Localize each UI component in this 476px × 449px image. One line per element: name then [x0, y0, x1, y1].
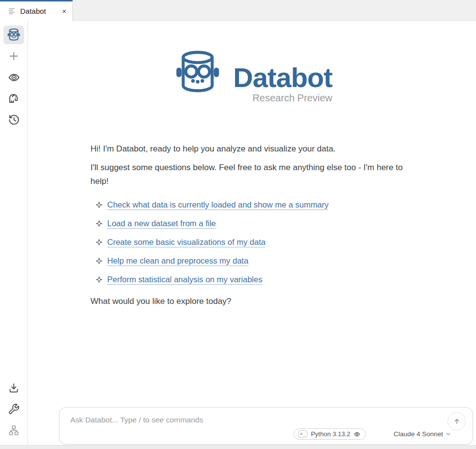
download-icon [8, 382, 20, 394]
sparkle-icon [95, 239, 103, 246]
suggestion-item: Create some basic visualizations of my d… [90, 233, 414, 251]
tab-bar: Databot × [0, 0, 476, 21]
composer-meta: >_ Python 3.13.2 Claude 4 Sonnet [294, 428, 451, 440]
close-icon[interactable]: × [62, 7, 66, 15]
chat-message: Hi! I'm Databot, ready to help you analy… [90, 142, 414, 308]
eye-icon [8, 71, 20, 84]
tab-title: Databot [20, 7, 46, 15]
sidebar-item-new[interactable] [3, 47, 24, 65]
tab-databot[interactable]: Databot × [0, 0, 73, 21]
closing-text: What would you like to explore today? [90, 295, 414, 308]
suggestion-link[interactable]: Help me clean and preprocess my data [107, 254, 248, 268]
sidebar-item-history[interactable] [3, 110, 24, 129]
databot-logo-icon-large [172, 45, 223, 100]
sparkle-icon [95, 276, 103, 283]
suggestion-item: Check what data is currently loaded and … [90, 195, 414, 214]
eye-icon-small[interactable] [354, 431, 360, 438]
intro-text: I'll suggest some questions below. Feel … [90, 161, 414, 188]
send-button[interactable] [447, 412, 466, 430]
sparkle-icon [95, 257, 103, 265]
sidebar-item-view[interactable] [3, 68, 24, 87]
suggestion-link[interactable]: Create some basic visualizations of my d… [107, 236, 266, 249]
suggestion-link[interactable]: Check what data is currently loaded and … [107, 198, 328, 211]
list-icon [8, 7, 16, 15]
suggestion-item: Perform statistical analysis on my varia… [90, 270, 414, 289]
wrench-icon [8, 403, 20, 415]
runtime-label: Python 3.13.2 [311, 430, 350, 438]
sparkle-icon [95, 220, 103, 227]
sidebar [0, 21, 28, 445]
history-icon [8, 114, 20, 126]
sparkle-icon [95, 201, 103, 209]
sidebar-item-download[interactable] [3, 379, 24, 397]
suggestion-item: Load a new dataset from a file [90, 214, 414, 233]
chat-input[interactable] [62, 411, 441, 429]
greeting-text: Hi! I'm Databot, ready to help you analy… [90, 142, 414, 156]
suggestion-list: Check what data is currently loaded and … [90, 195, 414, 289]
terminal-icon: >_ [298, 430, 307, 438]
suggestion-item: Help me clean and preprocess my data [90, 251, 414, 270]
sidebar-item-hierarchy[interactable] [3, 421, 24, 440]
model-selector[interactable]: Claude 4 Sonnet [393, 430, 451, 438]
app-title: Databot [233, 64, 332, 91]
databot-logo: Databot Research Preview [90, 45, 414, 104]
databot-logo-icon [6, 28, 21, 42]
arrow-up-icon [452, 417, 461, 426]
sidebar-item-database[interactable] [3, 89, 24, 108]
model-label: Claude 4 Sonnet [393, 430, 443, 438]
suggestion-link[interactable]: Perform statistical analysis on my varia… [107, 273, 262, 286]
sidebar-item-databot[interactable] [3, 26, 24, 44]
runtime-badge[interactable]: >_ Python 3.13.2 [294, 428, 366, 440]
composer: >_ Python 3.13.2 Claude 4 Sonnet [59, 407, 473, 445]
hierarchy-icon [8, 424, 20, 436]
main-panel: Databot Research Preview Hi! I'm Databot… [29, 21, 476, 445]
suggestion-link[interactable]: Load a new dataset from a file [107, 217, 216, 230]
elephant-icon [7, 92, 20, 105]
chevron-down-icon [446, 431, 451, 437]
plus-icon [8, 50, 20, 62]
app-subtitle: Research Preview [252, 92, 332, 104]
bottom-strip [0, 445, 476, 449]
sidebar-item-tools[interactable] [3, 400, 24, 419]
